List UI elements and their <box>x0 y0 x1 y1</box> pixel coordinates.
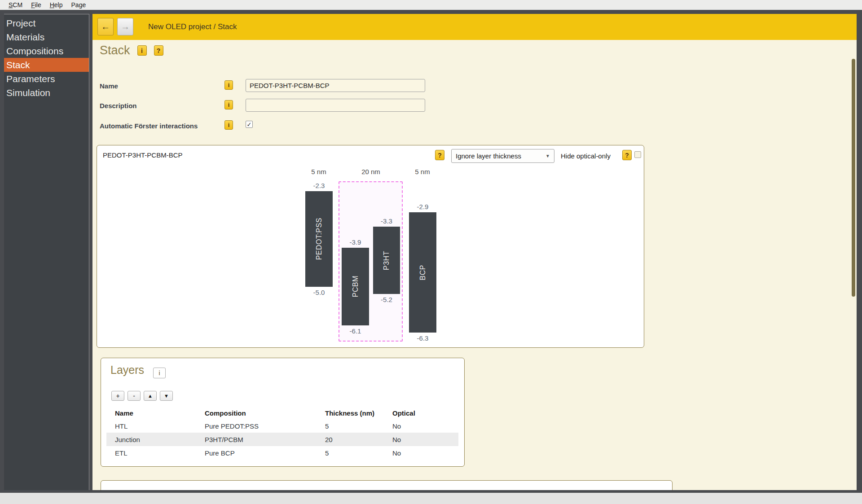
sidebar-item-materials[interactable]: Materials <box>4 30 89 44</box>
energy-value-label: -5.2 <box>381 296 392 303</box>
column-header-name: Name <box>106 407 196 419</box>
column-header-composition: Composition <box>196 407 317 419</box>
menubar: SCMFileHelpPage <box>0 0 862 10</box>
sidebar-item-project[interactable]: Project <box>4 16 89 30</box>
energy-value-label: -2.3 <box>313 182 325 189</box>
table-row-etl[interactable]: ETLPure BCP5No <box>106 446 458 460</box>
forward-button[interactable]: → <box>117 18 133 35</box>
layers-title: Layers <box>110 364 144 377</box>
layers-table: NameCompositionThickness (nm)OpticalHTLP… <box>106 407 458 460</box>
layers-toolbar: +-▲▼ <box>111 391 173 401</box>
back-button[interactable]: ← <box>97 18 114 35</box>
menu-item-page[interactable]: Page <box>67 0 91 10</box>
column-header-thickness-nm-: Thickness (nm) <box>317 407 384 419</box>
layers-info-button[interactable]: i <box>153 368 166 378</box>
energy-diagram: 5 nm20 nm5 nmPEDOT:PSS-2.3-5.0PCBM-3.9-6… <box>97 145 644 347</box>
name-input[interactable] <box>246 79 425 92</box>
forward-arrow-icon: → <box>121 22 130 32</box>
menu-item-scm[interactable]: SCM <box>4 0 27 10</box>
energy-value-label: -5.0 <box>313 289 325 296</box>
sidebar-item-simulation[interactable]: Simulation <box>4 86 89 100</box>
name-label: Name <box>100 82 118 90</box>
energy-bar-p3ht[interactable]: P3HT <box>373 227 400 294</box>
energy-bar-pcbm[interactable]: PCBM <box>342 248 369 325</box>
energy-bar-pedot-pss[interactable]: PEDOT:PSS <box>305 191 333 287</box>
description-label: Description <box>100 102 137 110</box>
thickness-label: 5 nm <box>311 168 326 175</box>
stack-diagram-panel: PEDOT-P3HT-PCBM-BCP ? Ignore layer thick… <box>97 145 644 348</box>
info-icon[interactable]: i <box>137 45 147 56</box>
table-row-junction[interactable]: JunctionP3HT/PCBM20No <box>106 433 458 446</box>
sidebar-item-compositions[interactable]: Compositions <box>4 44 89 58</box>
energy-value-label: -3.9 <box>350 238 361 246</box>
menu-item-file[interactable]: File <box>27 0 46 10</box>
energy-bar-bcp[interactable]: BCP <box>409 212 436 333</box>
energy-bar-label: PEDOT:PSS <box>315 218 323 260</box>
help-icon[interactable]: ? <box>154 45 163 56</box>
sidebar-item-parameters[interactable]: Parameters <box>4 72 89 86</box>
menu-item-help[interactable]: Help <box>46 0 67 10</box>
forster-label: Automatic Förster interactions <box>100 122 198 130</box>
energy-value-label: -6.1 <box>350 327 361 335</box>
forster-info-icon[interactable]: i <box>224 120 233 130</box>
main-content: Stack i ? Name i Description i Automatic… <box>92 40 857 490</box>
vertical-scrollbar-thumb[interactable] <box>852 59 855 297</box>
bottom-panel <box>101 480 673 490</box>
sidebar: ProjectMaterialsCompositionsStackParamet… <box>4 14 89 490</box>
back-arrow-icon: ← <box>101 22 110 32</box>
topbar: ← → New OLED project / Stack <box>92 14 857 40</box>
name-info-icon[interactable]: i <box>224 80 233 90</box>
sidebar-item-stack[interactable]: Stack <box>4 58 89 72</box>
move-layer-up-button[interactable]: ▲ <box>144 391 157 401</box>
energy-value-label: -2.9 <box>417 203 429 210</box>
add-layer-button[interactable]: + <box>111 391 124 401</box>
energy-bar-label: PCBM <box>352 276 360 297</box>
table-row-htl[interactable]: HTLPure PEDOT:PSS5No <box>106 419 458 433</box>
layers-panel: Layers i +-▲▼ NameCompositionThickness (… <box>101 358 465 467</box>
statusbar <box>0 493 862 504</box>
page-title: Stack <box>100 44 130 57</box>
forster-checkbox[interactable]: ✓ <box>246 121 253 128</box>
thickness-label: 5 nm <box>415 168 430 175</box>
energy-bar-label: P3HT <box>383 251 391 270</box>
column-header-optical: Optical <box>384 407 458 419</box>
description-info-icon[interactable]: i <box>224 100 233 110</box>
energy-bar-label: BCP <box>419 265 427 280</box>
thickness-label: 20 nm <box>361 168 380 175</box>
move-layer-down-button[interactable]: ▼ <box>160 391 173 401</box>
remove-layer-button[interactable]: - <box>128 391 141 401</box>
description-input[interactable] <box>246 99 425 112</box>
checkmark-icon: ✓ <box>247 121 252 128</box>
energy-value-label: -3.3 <box>381 217 392 225</box>
breadcrumb: New OLED project / Stack <box>148 14 237 40</box>
energy-value-label: -6.3 <box>417 334 429 342</box>
